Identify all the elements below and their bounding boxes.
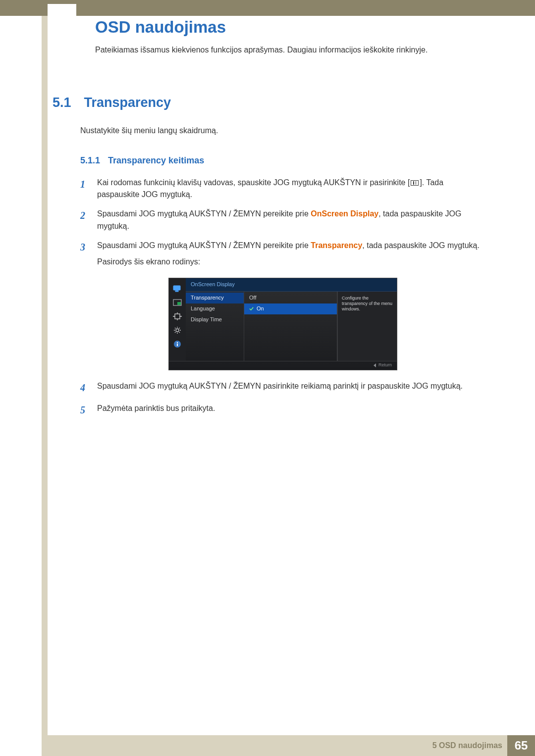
step-2: 2 Spausdami JOG mygtuką AUKŠTYN / ŽEMYN … [80,208,485,233]
page-number: 65 [507,735,535,756]
step-text: Spausdami JOG mygtuką AUKŠTYN / ŽEMYN pe… [97,208,485,233]
picture-icon [173,299,182,306]
section-title: Transparency [84,95,171,110]
osd-window: OnScreen Display Transparency Language D… [168,278,397,370]
osd-item-displaytime[interactable]: Display Time [186,314,244,325]
left-margin-strip [42,16,48,735]
highlight-transparency: Transparency [311,241,362,250]
page-footer: 5 OSD naudojimas 65 [0,735,535,756]
svg-rect-0 [173,286,180,290]
monitor-icon [173,285,182,292]
subsection-heading: 5.1.1Transparency keitimas [80,154,485,168]
step-text: Spausdami JOG mygtuką AUKŠTYN / ŽEMYN pa… [97,380,463,396]
check-icon [249,306,254,311]
triangle-left-icon [374,363,376,367]
section-body-text: Nustatykite šių meniu langų skaidrumą. [80,125,485,137]
svg-rect-3 [177,302,181,305]
svg-point-5 [176,329,179,332]
step-number: 1 [80,177,89,202]
osd-return-label: Return [378,362,392,369]
section-heading: 5.1 Transparency [53,95,171,110]
subsection-title: Transparency keitimas [108,155,204,165]
step-number: 4 [80,380,89,396]
section-number: 5.1 [53,95,71,110]
footer-chapter-label: 5 OSD naudojimas [432,741,507,750]
header-bar [0,0,535,16]
step-text: Kai rodomas funkcinių klavišų vadovas, s… [97,177,485,202]
osd-option-off[interactable]: Off [244,293,337,303]
osd-icon-column [169,278,186,360]
step-aftertext: Pasirodys šis ekrano rodinys: [97,256,480,268]
info-icon [173,341,182,348]
osd-footer: Return [169,361,397,370]
step-3: 3 Spausdami JOG mygtuką AUKŠTYN / ŽEMYN … [80,240,485,268]
svg-rect-4 [175,314,180,319]
step-number: 5 [80,403,89,418]
step-number: 3 [80,240,89,268]
page-title: OSD naudojimas [95,18,226,37]
svg-rect-8 [177,342,178,343]
step-text: Pažymėta parinktis bus pritaikyta. [97,403,215,418]
subsection-number: 5.1.1 [80,155,100,165]
intro-text: Pateikiamas išsamus kiekvienos funkcijos… [95,46,428,54]
osd-tooltip: Configure the transparency of the menu w… [337,292,397,361]
svg-rect-7 [177,344,178,346]
chapter-number-block [48,4,76,29]
step-number: 2 [80,208,89,233]
step-5: 5 Pažymėta parinktis bus pritaikyta. [80,403,485,418]
menu-icon [411,180,419,186]
step-list: 1 Kai rodomas funkcinių klavišų vadovas,… [80,177,485,268]
step-list-continued: 4 Spausdami JOG mygtuką AUKŠTYN / ŽEMYN … [80,380,485,418]
gear-icon [173,327,182,334]
osd-value-list: Off On [244,292,337,361]
highlight-onscreen-display: OnScreen Display [311,209,378,218]
osd-option-on[interactable]: On [244,303,337,314]
osd-item-language[interactable]: Language [186,303,244,314]
resize-icon [173,313,182,320]
osd-item-transparency[interactable]: Transparency [186,293,244,303]
step-1: 1 Kai rodomas funkcinių klavišų vadovas,… [80,177,485,202]
svg-rect-1 [175,291,178,292]
osd-header: OnScreen Display [186,278,397,291]
step-4: 4 Spausdami JOG mygtuką AUKŠTYN / ŽEMYN … [80,380,485,396]
osd-menu-list: Transparency Language Display Time [186,292,244,361]
step-text: Spausdami JOG mygtuką AUKŠTYN / ŽEMYN pe… [97,240,480,268]
